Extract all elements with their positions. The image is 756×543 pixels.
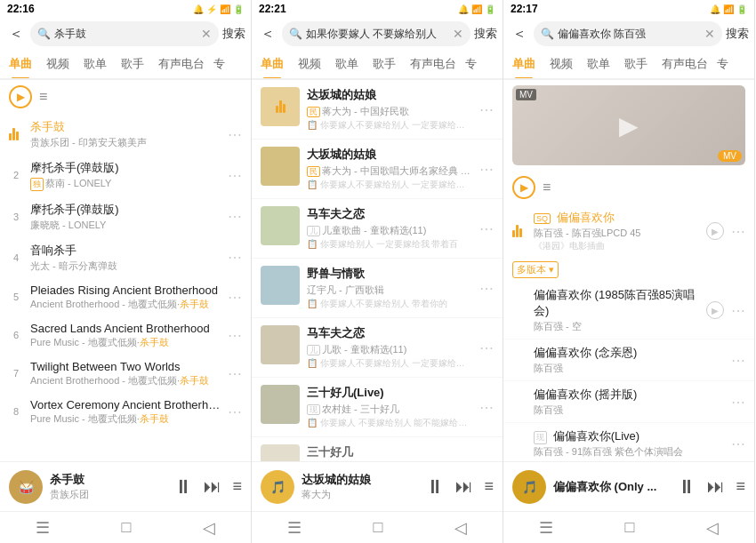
tab-video-1[interactable]: 视频 [39,51,76,77]
song-more-1-1[interactable]: ⋯ [228,126,242,143]
tab-playlist-2[interactable]: 歌单 [328,51,366,77]
song-item-1-2[interactable]: 2 摩托杀手(弹鼓版) 独蔡南 - LONELY ⋯ [0,155,251,196]
search-input-wrap-3[interactable]: 🔍 偏偏喜欢你 陈百强 ✕ [534,21,722,46]
tab-video-2[interactable]: 视频 [291,51,328,77]
mv-thumb-3[interactable]: MV ▶ MV [512,85,745,165]
clear-button-3[interactable]: ✕ [704,27,715,41]
song-item-1-7[interactable]: 7 Twilight Between Two Worlds Ancient Br… [0,355,251,393]
player-thumb-2[interactable]: 🎵 [261,470,294,504]
back-nav-icon-3[interactable]: □ [625,518,635,537]
search-input-1[interactable]: 杀手鼓 [54,27,197,42]
back-button-2[interactable]: ＜ [257,23,278,45]
song-more-3-1[interactable]: ⋯ [731,302,745,319]
result-more-2-3[interactable]: ⋯ [479,220,494,237]
song-item-1-8[interactable]: 8 Vortex Ceremony Ancient Brotherhood ..… [0,393,251,431]
song-more-3-4[interactable]: ⋯ [731,435,745,452]
version-tag-3[interactable]: 多版本 ▾ [512,261,559,278]
tab-artist-3[interactable]: 歌手 [617,51,655,77]
tab-playlist-3[interactable]: 歌单 [580,51,617,77]
mv-play-btn-3-1[interactable]: ▶ [706,301,724,319]
next-button-1[interactable]: ⏭ [204,476,221,497]
tab-more-2[interactable]: 专 [463,51,479,77]
result-item-2-2[interactable]: 大坂城的姑娘 民蒋大为 - 中国歌唱大师名家经典 蒋大为 📋 你要嫁人不要嫁给别… [252,140,503,199]
search-input-wrap-2[interactable]: 🔍 如果你要嫁人 不要嫁给别人 ✕ [282,21,470,46]
back-nav-icon-1[interactable]: □ [122,518,132,537]
result-item-2-5[interactable]: 马车夫之恋 儿儿歌 - 童歌精选(11) 📋 你要嫁人不要嫁给别人 一定要嫁给我… [252,318,503,378]
result-item-2-3[interactable]: 马车夫之恋 儿儿童歌曲 - 童歌精选(11) 📋 你要嫁给别人 一定要嫁给我 带… [252,199,503,259]
song-more-3-0[interactable]: ⋯ [731,223,745,240]
next-button-2[interactable]: ⏭ [455,476,473,497]
result-item-2-4[interactable]: 野兽与情歌 辽宇凡 - 广西歌辑 📋 你要嫁人不要嫁给别人 带着你的 ⋯ [252,259,503,318]
song-more-1-7[interactable]: ⋯ [228,365,242,382]
playlist-button-1[interactable]: ≡ [232,477,242,496]
play-all-button-1[interactable]: ▶ [9,85,32,108]
search-input-2[interactable]: 如果你要嫁人 不要嫁给别人 [306,27,449,42]
search-button-2[interactable]: 搜索 [474,26,497,42]
song-more-1-4[interactable]: ⋯ [228,249,242,266]
home-nav-icon-1[interactable]: ☰ [36,518,50,538]
tab-radio-2[interactable]: 有声电台 [403,51,463,77]
tab-artist-1[interactable]: 歌手 [114,51,151,77]
song-more-1-3[interactable]: ⋯ [228,208,242,225]
recent-nav-icon-1[interactable]: ◁ [203,518,215,538]
home-nav-icon-2[interactable]: ☰ [287,518,302,538]
sort-icon-3[interactable]: ≡ [543,180,551,196]
p3-song-item-3-2[interactable]: 偏偏喜欢你 (念亲恩) 陈百强 ⋯ [503,339,754,381]
playlist-button-3[interactable]: ≡ [736,477,745,496]
p3-song-item-3-4[interactable]: 现 偏偏喜欢你(Live) 陈百强 - 91陈百强 紫色个体演唱会 ⋯ [503,423,754,461]
back-nav-icon-2[interactable]: □ [374,518,383,537]
tab-single-2[interactable]: 单曲 [253,51,291,77]
sort-icon-1[interactable]: ≡ [39,89,47,105]
home-nav-icon-3[interactable]: ☰ [539,518,553,538]
recent-nav-icon-3[interactable]: ◁ [706,518,719,538]
pause-button-1[interactable]: ⏸ [173,475,193,499]
result-more-2-2[interactable]: ⋯ [479,161,494,178]
song-item-1-4[interactable]: 4 音响杀手 光太 - 暗示分离弹鼓 ⋯ [0,237,251,278]
song-more-3-3[interactable]: ⋯ [731,394,745,411]
search-input-wrap-1[interactable]: 🔍 杀手鼓 ✕ [30,21,219,46]
p3-song-item-3-1[interactable]: 偏偏喜欢你 (1985陈百强85演唱会) 陈百强 - 空 ▶ ⋯ [503,282,754,339]
search-button-1[interactable]: 搜索 [222,26,245,42]
search-button-3[interactable]: 搜索 [726,26,749,42]
song-more-1-8[interactable]: ⋯ [228,403,242,420]
song-item-1-5[interactable]: 5 Pleiades Rising Ancient Brotherhood An… [0,278,251,316]
player-thumb-3[interactable]: 🎵 [512,470,546,504]
song-more-1-5[interactable]: ⋯ [228,289,242,306]
play-all-button-3[interactable]: ▶ [512,176,535,199]
song-item-1-6[interactable]: 6 Sacred Lands Ancient Brotherhood Pure … [0,316,251,355]
result-more-2-1[interactable]: ⋯ [479,101,494,118]
tab-more-3[interactable]: 专 [715,51,730,77]
result-item-2-1[interactable]: 达坂城的姑娘 民蒋大为 - 中国好民歌 📋 你要嫁人不要嫁给别人 一定要嫁给我 … [252,80,503,140]
back-button-3[interactable]: ＜ [509,23,530,45]
result-item-2-7[interactable]: 三十好几 [252,437,503,461]
tab-more-1[interactable]: 专 [212,51,227,77]
player-thumb-1[interactable]: 🥁 [9,470,43,504]
result-more-2-5[interactable]: ⋯ [479,339,494,356]
song-item-1-3[interactable]: 3 摩托杀手(弹鼓版) 廉晓晓 - LONELY ⋯ [0,196,251,237]
tab-artist-2[interactable]: 歌手 [366,51,403,77]
mv-play-button-3[interactable]: ▶ [706,222,724,240]
song-more-1-2[interactable]: ⋯ [228,167,242,184]
tab-single-3[interactable]: 单曲 [505,51,543,77]
next-button-3[interactable]: ⏭ [707,476,725,497]
back-button-1[interactable]: ＜ [5,23,27,45]
playlist-button-2[interactable]: ≡ [484,477,494,496]
recent-nav-icon-2[interactable]: ◁ [454,518,467,538]
pause-button-2[interactable]: ⏸ [425,475,445,499]
tab-video-3[interactable]: 视频 [543,51,580,77]
top-song-3[interactable]: SQ 偏偏喜欢你 陈百强 - 陈百强LPCD 45 《港园》电影插曲 ▶ ⋯ [503,204,754,258]
pause-button-3[interactable]: ⏸ [677,475,696,499]
tab-radio-1[interactable]: 有声电台 [151,51,212,77]
song-more-3-2[interactable]: ⋯ [731,352,745,369]
result-more-2-4[interactable]: ⋯ [479,280,494,297]
p3-song-item-3-3[interactable]: 偏偏喜欢你 (摇并版) 陈百强 ⋯ [503,381,754,423]
tab-radio-3[interactable]: 有声电台 [655,51,715,77]
clear-button-1[interactable]: ✕ [201,27,212,41]
song-more-1-6[interactable]: ⋯ [228,327,242,344]
clear-button-2[interactable]: ✕ [453,27,463,41]
search-input-3[interactable]: 偏偏喜欢你 陈百强 [558,27,701,42]
tab-playlist-1[interactable]: 歌单 [76,51,114,77]
result-more-2-6[interactable]: ⋯ [479,399,494,416]
song-item-1-1[interactable]: 杀手鼓 贵族乐团 - 印第安天籁美声 ⋯ [0,114,251,155]
tab-single-1[interactable]: 单曲 [2,51,39,77]
